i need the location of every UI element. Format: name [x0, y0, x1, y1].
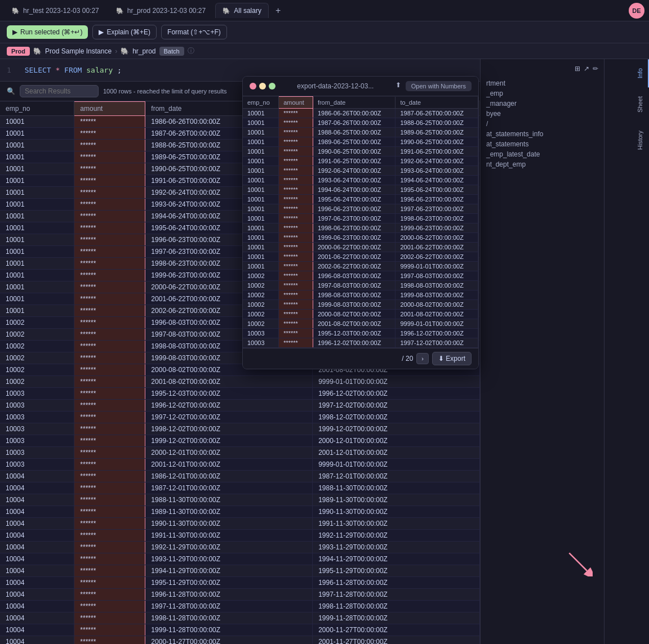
popup-table-row[interactable]: 10001******1995-06-24T00:00:00Z1996-06-2… [243, 195, 478, 204]
close-button[interactable] [250, 83, 256, 90]
share-icon[interactable]: ⬆ [395, 81, 401, 91]
popup-table-row[interactable]: 10002******1999-08-03T00:00:00Z2000-08-0… [243, 300, 478, 310]
popup-table-row[interactable]: 10001******1987-06-26T00:00:00Z1988-06-2… [243, 118, 478, 128]
format-button[interactable]: Format (⇧+⌥+F) [161, 25, 227, 39]
popup-col-header-amount[interactable]: amount [279, 97, 313, 109]
open-with-numbers-button[interactable]: Open with Numbers [406, 81, 472, 91]
popup-table-row[interactable]: 10001******1989-06-25T00:00:00Z1990-06-2… [243, 137, 478, 147]
new-tab-button[interactable]: + [271, 3, 285, 18]
popup-table-row[interactable]: 10001******2001-06-22T00:00:00Z2002-06-2… [243, 252, 478, 262]
info-item[interactable]: _emp_latest_date [486, 149, 598, 159]
export-button[interactable]: ⬇ Export [432, 352, 472, 365]
info-item[interactable]: at_statements [486, 139, 598, 149]
info-item[interactable]: byee [486, 109, 598, 119]
popup-table-cell: 10001 [243, 156, 279, 166]
table-row[interactable]: 10004******1988-11-30T00:00:00Z1989-11-3… [0, 494, 480, 506]
popup-table-cell: 10001 [243, 185, 279, 195]
table-row[interactable]: 10003******2001-12-01T00:00:00Z9999-01-0… [0, 459, 480, 471]
popup-table-row[interactable]: 10001******1991-06-25T00:00:00Z1992-06-2… [243, 156, 478, 166]
sidebar-tab-history[interactable]: History [604, 122, 649, 159]
table-cell: 1997-12-02T00:00:00Z [313, 400, 480, 412]
table-cell: 2001-11-27T00:00:00Z [313, 636, 480, 645]
external-link-icon[interactable]: ↗ [584, 65, 589, 73]
run-button[interactable]: ▶ Run selected (⌘+↵) [7, 25, 88, 39]
table-row[interactable]: 10003******1998-12-02T00:00:00Z1999-12-0… [0, 423, 480, 435]
info-item[interactable]: _emp [486, 88, 598, 99]
popup-table-row[interactable]: 10001******1997-06-23T00:00:00Z1998-06-2… [243, 214, 478, 223]
popup-table-row[interactable]: 10001******2000-06-22T00:00:00Z2001-06-2… [243, 243, 478, 252]
table-row[interactable]: 10003******1997-12-02T00:00:00Z1998-12-0… [0, 412, 480, 423]
table-row[interactable]: 10004******1992-11-29T00:00:00Z1993-11-2… [0, 542, 480, 553]
popup-table-row[interactable]: 10001******1992-06-24T00:00:00Z1993-06-2… [243, 166, 478, 176]
col-header-emp_no[interactable]: emp_no [0, 102, 74, 116]
info-circle-icon[interactable]: ⓘ [188, 46, 194, 56]
popup-col-header-emp_no[interactable]: emp_no [243, 97, 279, 109]
popup-table-row[interactable]: 10003******1996-12-02T00:00:00Z1997-12-0… [243, 338, 478, 348]
next-page-button[interactable]: › [416, 353, 429, 364]
table-row[interactable]: 10004******1991-11-30T00:00:00Z1992-11-2… [0, 530, 480, 542]
popup-table-container[interactable]: emp_noamountfrom_dateto_date 10001******… [243, 96, 478, 348]
table-row[interactable]: 10004******1996-11-28T00:00:00Z1997-11-2… [0, 589, 480, 601]
popup-table-row[interactable]: 10001******1996-06-23T00:00:00Z1997-06-2… [243, 204, 478, 214]
table-row[interactable]: 10004******2000-11-27T00:00:00Z2001-11-2… [0, 636, 480, 645]
popup-col-header-to_date[interactable]: to_date [395, 97, 478, 109]
table-row[interactable]: 10004******1995-11-29T00:00:00Z1996-11-2… [0, 577, 480, 589]
sidebar-tab-sheet[interactable]: Sheet [604, 87, 649, 122]
popup-table-row[interactable]: 10001******1994-06-24T00:00:00Z1995-06-2… [243, 185, 478, 195]
table-row[interactable]: 10003******1996-12-02T00:00:00Z1997-12-0… [0, 400, 480, 412]
minimize-button[interactable] [259, 83, 266, 90]
table-row[interactable]: 10004******1987-12-01T00:00:00Z1988-11-3… [0, 482, 480, 494]
table-row[interactable]: 10004******1994-11-29T00:00:00Z1995-11-2… [0, 565, 480, 577]
popup-table-row[interactable]: 10001******1988-06-25T00:00:00Z1989-06-2… [243, 128, 478, 137]
popup-table-row[interactable]: 10001******1998-06-23T00:00:00Z1999-06-2… [243, 223, 478, 233]
popup-table-cell: 1998-06-23T00:00:00Z [395, 214, 478, 223]
explain-button[interactable]: ▶ Explain (⌘+E) [92, 25, 157, 39]
popup-table-row[interactable]: 10003******1995-12-03T00:00:00Z1996-12-0… [243, 329, 478, 338]
table-row[interactable]: 10003******1995-12-03T00:00:00Z1996-12-0… [0, 388, 480, 400]
table-row[interactable]: 10004******1990-11-30T00:00:00Z1991-11-3… [0, 518, 480, 530]
table-row[interactable]: 10004******1993-11-29T00:00:00Z1994-11-2… [0, 553, 480, 565]
popup-table-row[interactable]: 10001******1986-06-26T00:00:00Z1987-06-2… [243, 109, 478, 118]
table-row[interactable]: 10003******2000-12-01T00:00:00Z2001-12-0… [0, 447, 480, 459]
info-item[interactable]: nt_dept_emp [486, 159, 598, 169]
popup-table-row[interactable]: 10002******1997-08-03T00:00:00Z1998-08-0… [243, 281, 478, 290]
search-input[interactable] [20, 85, 99, 97]
popup-col-header-from_date[interactable]: from_date [313, 97, 395, 109]
popup-table-cell: 2000-08-02T00:00:00Z [313, 310, 395, 319]
popup-table-cell: 1998-08-03T00:00:00Z [395, 281, 478, 290]
table-row[interactable]: 10004******1989-11-30T00:00:00Z1990-11-3… [0, 506, 480, 518]
table-row[interactable]: 10002******2001-08-02T00:00:00Z9999-01-0… [0, 376, 480, 388]
popup-table-row[interactable]: 10002******2000-08-02T00:00:00Z2001-08-0… [243, 310, 478, 319]
table-row[interactable]: 10004******1998-11-28T00:00:00Z1999-11-2… [0, 612, 480, 624]
sidebar-tab-info[interactable]: Info [604, 59, 649, 87]
info-item[interactable]: rtment [486, 78, 598, 88]
table-row[interactable]: 10004******1999-11-28T00:00:00Z2000-11-2… [0, 624, 480, 636]
edit-icon[interactable]: ✏ [593, 65, 598, 73]
maximize-button[interactable] [269, 83, 275, 90]
popup-table-row[interactable]: 10001******1990-06-25T00:00:00Z1991-06-2… [243, 147, 478, 156]
popup-table-cell: 1996-08-03T00:00:00Z [313, 271, 395, 281]
tab-all-salary[interactable]: 🐘 All salary [215, 3, 269, 18]
table-cell: 9999-01-01T00:00:00Z [313, 459, 480, 471]
tab-hr-test[interactable]: 🐘 hr_test 2023-12-03 00:27 [5, 3, 106, 18]
popup-table-cell: 1996-12-02T00:00:00Z [395, 329, 478, 338]
popup-table-row[interactable]: 10001******1999-06-23T00:00:00Z2000-06-2… [243, 233, 478, 243]
info-item[interactable]: / [486, 119, 598, 129]
popup-table-row[interactable]: 10002******2001-08-02T00:00:00Z9999-01-0… [243, 319, 478, 329]
info-item[interactable]: _manager [486, 99, 598, 109]
table-row[interactable]: 10003******1999-12-02T00:00:00Z2000-12-0… [0, 435, 480, 447]
popup-table-row[interactable]: 10001******2002-06-22T00:00:00Z9999-01-0… [243, 262, 478, 271]
grid-icon[interactable]: ⊞ [575, 65, 580, 73]
table-cell: 10004 [0, 624, 74, 636]
table-row[interactable]: 10004******1986-12-01T00:00:00Z1987-12-0… [0, 471, 480, 482]
breadcrumb-separator: › [115, 47, 117, 55]
info-item[interactable]: at_statements_info [486, 129, 598, 139]
popup-table-row[interactable]: 10002******1998-08-03T00:00:00Z1999-08-0… [243, 290, 478, 300]
tab-hr-prod[interactable]: 🐘 hr_prod 2023-12-03 00:27 [109, 3, 213, 18]
table-cell: ****** [74, 352, 145, 364]
popup-table-row[interactable]: 10002******1996-08-03T00:00:00Z1997-08-0… [243, 271, 478, 281]
popup-table-row[interactable]: 10001******1993-06-24T00:00:00Z1994-06-2… [243, 176, 478, 185]
popup-table-cell: 1995-06-24T00:00:00Z [313, 195, 395, 204]
table-row[interactable]: 10004******1997-11-28T00:00:00Z1998-11-2… [0, 601, 480, 612]
col-header-amount[interactable]: amount [74, 102, 145, 116]
